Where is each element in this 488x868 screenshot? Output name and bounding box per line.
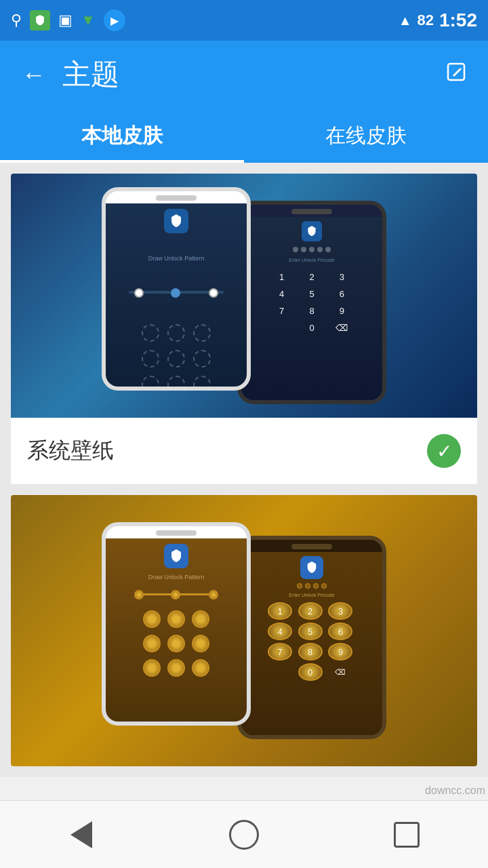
battery-level: 82 — [417, 12, 433, 29]
svg-text:C: C — [173, 219, 178, 226]
tabs-container: 本地皮肤 在线皮肤 — [0, 108, 488, 163]
back-nav-icon — [70, 821, 92, 848]
theme-label-system: 系统壁纸 ✓ — [11, 418, 477, 484]
wifi-icon: ▲ — [399, 13, 412, 28]
home-nav-button[interactable] — [224, 814, 264, 855]
home-nav-icon — [229, 820, 259, 850]
theme-card-system[interactable]: C Draw Unlock Pattern — [11, 174, 477, 484]
status-bar-right: ▲ 82 1:52 — [399, 9, 477, 31]
bottom-navigation — [0, 800, 488, 868]
app-header: ← 主题 — [0, 41, 488, 108]
preview-phones-gold: C Draw Unlock Pattern — [11, 495, 477, 766]
time-display: 1:52 — [439, 9, 477, 31]
selected-badge-system: ✓ — [427, 434, 461, 468]
back-button[interactable]: ← — [16, 55, 52, 94]
phone-pin-preview: Enter Unlock Pincode 1 2 3 4 5 6 7 8 9 — [237, 201, 386, 404]
phone-pin-gold: Enter Unlock Pincode 1 2 3 4 5 6 7 8 9 — [237, 536, 386, 739]
shield-icon — [30, 10, 50, 31]
tab-local-skin[interactable]: 本地皮肤 — [0, 108, 244, 163]
watermark: downcc.com — [425, 785, 485, 797]
navigation-icon: ▼ — [81, 12, 96, 29]
search-icon: ⚲ — [11, 12, 22, 29]
edit-button[interactable] — [441, 56, 472, 93]
back-nav-button[interactable] — [61, 814, 102, 855]
status-bar: ⚲ ▣ ▼ ▶ ▲ 82 1:52 — [0, 0, 488, 41]
theme-preview-system: C Draw Unlock Pattern — [11, 174, 477, 418]
header-left: ← 主题 — [16, 55, 119, 94]
status-bar-left: ⚲ ▣ ▼ ▶ — [11, 9, 125, 31]
theme-card-gold[interactable]: C Draw Unlock Pattern — [11, 495, 477, 766]
unlock-text-pattern: Draw Unlock Pattern — [148, 255, 205, 262]
page-title: 主题 — [62, 56, 119, 94]
theme-preview-gold: C Draw Unlock Pattern — [11, 495, 477, 766]
image-icon: ▣ — [58, 12, 73, 29]
tab-online-skin[interactable]: 在线皮肤 — [244, 108, 488, 163]
play-icon: ▶ — [104, 9, 125, 31]
content-area: C Draw Unlock Pattern — [0, 163, 488, 777]
recent-nav-icon — [394, 822, 420, 848]
phone-pattern-preview: C Draw Unlock Pattern — [102, 187, 251, 391]
preview-phones-system: C Draw Unlock Pattern — [11, 174, 477, 418]
phone-pattern-gold: C Draw Unlock Pattern — [102, 522, 251, 726]
svg-text:C: C — [174, 554, 178, 560]
recent-nav-button[interactable] — [386, 814, 427, 855]
theme-name-system: 系统壁纸 — [27, 436, 114, 466]
